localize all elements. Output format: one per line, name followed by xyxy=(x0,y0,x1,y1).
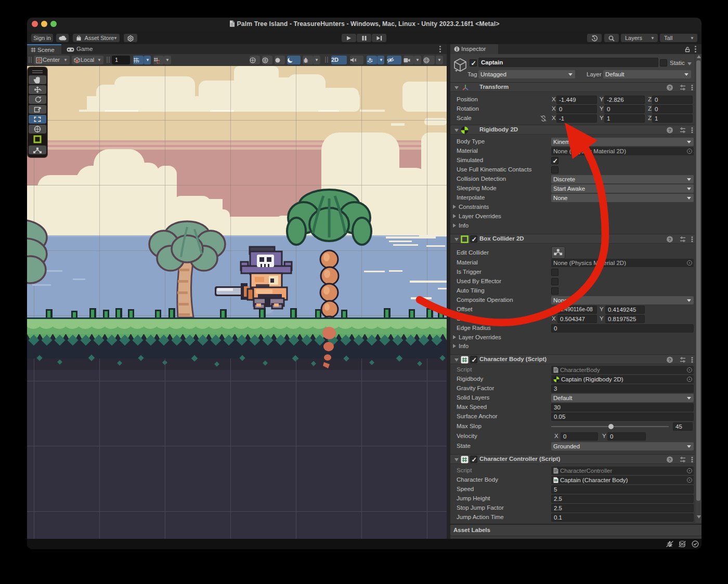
svg-text:?: ? xyxy=(668,357,671,363)
svg-text:?: ? xyxy=(668,237,671,242)
svg-text:Y: Y xyxy=(137,60,139,63)
svg-text:?: ? xyxy=(668,85,671,90)
svg-text:?: ? xyxy=(668,457,671,462)
svg-text:?: ? xyxy=(668,128,671,133)
